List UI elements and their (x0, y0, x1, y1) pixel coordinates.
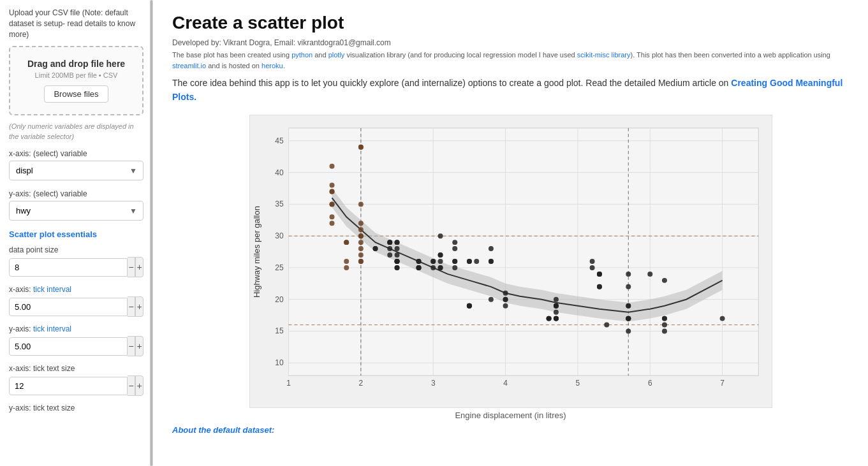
svg-point-138 (394, 246, 399, 251)
svg-point-107 (394, 259, 399, 264)
svg-point-102 (358, 233, 363, 238)
page-title: Create a scatter plot (172, 13, 849, 33)
dropzone: Drag and drop file here Limit 200MB per … (9, 46, 143, 115)
x-axis-select-wrapper: displ cyl cty hwy ▼ (9, 161, 143, 180)
y-axis-select[interactable]: hwy displ cyl cty (9, 201, 143, 221)
svg-point-74 (661, 316, 666, 321)
svg-point-52 (438, 252, 443, 258)
svg-point-54 (553, 297, 558, 302)
svg-point-37 (344, 240, 349, 245)
svg-point-73 (661, 328, 666, 333)
svg-point-43 (344, 259, 349, 264)
data-point-size-stepper: 8 − + (9, 257, 143, 277)
x-tick-interval-input[interactable]: 5.00 (9, 298, 128, 316)
y-axis-label: y-axis: (select) variable (9, 189, 143, 198)
plotly-link[interactable]: plotly (328, 51, 345, 59)
svg-point-64 (553, 316, 558, 321)
x-tick-text-size-decrement-button[interactable]: − (128, 375, 135, 396)
svg-text:30: 30 (275, 231, 284, 240)
svg-point-111 (430, 265, 436, 270)
svg-point-80 (474, 259, 479, 264)
svg-point-66 (553, 303, 558, 308)
svg-point-94 (626, 284, 631, 289)
data-point-size-increment-button[interactable]: + (135, 257, 143, 277)
svg-point-71 (626, 303, 631, 308)
svg-point-41 (416, 259, 421, 264)
x-tick-text-size-input[interactable]: 12 (9, 377, 128, 395)
y-tick-interval-stepper: 5.00 − + (9, 336, 143, 356)
medium-article-link[interactable]: Creating Good Meaningful Plots. (172, 78, 842, 102)
svg-point-117 (503, 291, 508, 296)
svg-point-116 (466, 303, 471, 308)
data-point-size-decrement-button[interactable]: − (128, 257, 135, 277)
browse-files-button[interactable]: Browse files (44, 85, 108, 103)
svg-point-87 (452, 240, 457, 245)
svg-point-130 (329, 201, 334, 207)
svg-point-145 (387, 240, 392, 245)
svg-point-86 (452, 259, 457, 264)
dropzone-title: Drag and drop file here (17, 59, 136, 69)
svg-point-131 (358, 201, 363, 207)
svg-point-63 (553, 309, 558, 314)
svg-point-75 (719, 316, 725, 321)
svg-point-139 (394, 240, 399, 245)
x-axis-select[interactable]: displ cyl cty hwy (9, 161, 143, 180)
svg-point-97 (596, 284, 601, 289)
x-axis-label: x-axis: (select) variable (9, 149, 143, 158)
svg-point-81 (387, 252, 392, 258)
svg-text:25: 25 (275, 263, 284, 272)
base-plot-note: The base plot has been created using pyt… (172, 50, 849, 71)
svg-point-67 (626, 328, 631, 333)
streamlit-link[interactable]: streamlit.io (172, 62, 206, 69)
svg-point-126 (329, 189, 334, 194)
svg-point-109 (394, 252, 399, 258)
data-point-size-label: data point size (9, 245, 143, 254)
x-axis-title: Engine displacement (in litres) (249, 411, 772, 420)
svg-point-95 (647, 272, 652, 277)
svg-point-146 (430, 259, 436, 264)
svg-point-100 (589, 265, 594, 270)
svg-text:10: 10 (275, 358, 284, 367)
svg-point-141 (329, 182, 334, 187)
core-idea-text: The core idea behind this app is to let … (172, 76, 849, 105)
y-axis-select-wrapper: hwy displ cyl cty ▼ (9, 201, 143, 221)
svg-point-143 (372, 246, 378, 251)
svg-point-85 (452, 246, 457, 251)
svg-point-124 (604, 322, 609, 327)
svg-text:20: 20 (275, 295, 284, 304)
python-link[interactable]: python (291, 51, 313, 59)
svg-rect-0 (288, 128, 758, 375)
x-tick-interval-decrement-button[interactable]: − (128, 296, 135, 317)
svg-text:3: 3 (430, 379, 435, 388)
data-point-size-input[interactable]: 8 (9, 258, 128, 277)
svg-text:5: 5 (575, 379, 580, 388)
developer-credit: Developed by: Vikrant Dogra, Email: vikr… (172, 38, 849, 47)
svg-text:1: 1 (286, 379, 291, 388)
y-tick-interval-increment-button[interactable]: + (135, 336, 143, 356)
svg-point-99 (661, 278, 666, 283)
svg-point-76 (387, 246, 392, 251)
upload-note: Upload your CSV file (Note: default data… (9, 8, 143, 40)
x-tick-text-size-increment-button[interactable]: + (135, 375, 143, 396)
svg-point-88 (488, 246, 493, 251)
svg-point-98 (626, 272, 631, 277)
scikit-misc-link[interactable]: scikit-misc library (577, 51, 631, 59)
x-tick-interval-increment-button[interactable]: + (135, 296, 143, 317)
x-tick-text-size-stepper: 12 − + (9, 375, 143, 396)
svg-point-51 (416, 265, 421, 270)
svg-point-103 (358, 240, 363, 245)
y-tick-interval-input[interactable]: 5.00 (9, 337, 128, 356)
svg-point-140 (329, 163, 334, 168)
svg-point-118 (503, 303, 508, 308)
svg-point-114 (488, 297, 493, 302)
about-dataset-link[interactable]: About the default dataset: (172, 425, 849, 435)
svg-point-120 (503, 297, 508, 302)
heroku-link[interactable]: heroku (261, 62, 283, 69)
x-tick-interval-stepper: 5.00 − + (9, 296, 143, 317)
x-tick-interval-link[interactable]: tick interval (33, 285, 71, 294)
y-tick-interval-link[interactable]: tick interval (33, 324, 71, 333)
main-content: Create a scatter plot Developed by: Vikr… (153, 0, 868, 466)
svg-point-45 (358, 246, 363, 251)
scatter-essentials-link[interactable]: Scatter plot essentials (9, 229, 143, 239)
y-tick-interval-decrement-button[interactable]: − (128, 336, 135, 356)
